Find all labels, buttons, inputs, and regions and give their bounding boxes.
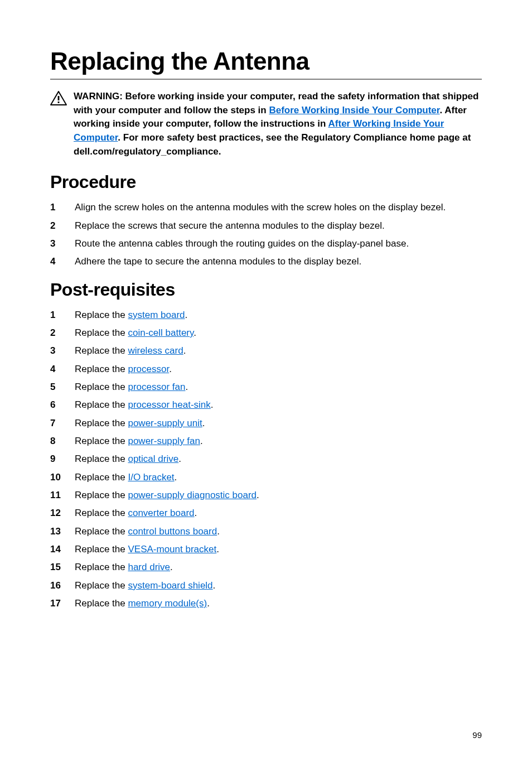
link-hard-drive[interactable]: hard drive (128, 562, 170, 572)
postreq-step: 8Replace the power-supply fan. (50, 434, 482, 448)
replace-prefix: Replace the (75, 544, 128, 554)
svg-rect-0 (58, 96, 60, 100)
replace-prefix: Replace the (75, 598, 128, 609)
replace-prefix: Replace the (75, 580, 128, 591)
warning-icon (50, 91, 67, 105)
svg-rect-1 (58, 102, 60, 103)
link-control-buttons-board[interactable]: control buttons board (128, 526, 217, 537)
procedure-step: 4Adhere the tape to secure the antenna m… (50, 254, 482, 269)
replace-prefix: Replace the (75, 472, 128, 483)
procedure-step: 3Route the antenna cables through the ro… (50, 237, 482, 251)
link-power-supply-unit[interactable]: power-supply unit (128, 418, 202, 428)
page-number: 99 (472, 730, 482, 740)
link-power-supply-fan[interactable]: power-supply fan (128, 436, 200, 446)
step-text: Adhere the tape to secure the antenna mo… (75, 256, 361, 267)
postreq-step: 3Replace the wireless card. (50, 344, 482, 358)
step-text: Replace the screws that secure the anten… (75, 220, 385, 231)
postreq-step: 17Replace the memory module(s). (50, 596, 482, 611)
postreq-step: 13Replace the control buttons board. (50, 524, 482, 539)
step-text: Align the screw holes on the antenna mod… (75, 202, 446, 213)
replace-prefix: Replace the (75, 454, 128, 464)
replace-prefix: Replace the (75, 399, 128, 410)
page-title: Replacing the Antenna (50, 47, 482, 80)
postreq-step: 9Replace the optical drive. (50, 452, 482, 466)
replace-prefix: Replace the (75, 436, 128, 446)
postreq-step: 5Replace the processor fan. (50, 380, 482, 394)
postreq-step: 15Replace the hard drive. (50, 560, 482, 575)
postreq-step: 11Replace the power-supply diagnostic bo… (50, 488, 482, 503)
procedure-step: 1Align the screw holes on the antenna mo… (50, 200, 482, 215)
postreq-step: 7Replace the power-supply unit. (50, 416, 482, 431)
procedure-list: 1Align the screw holes on the antenna mo… (50, 200, 482, 269)
link-before-working[interactable]: Before Working Inside Your Computer (269, 105, 439, 115)
postreq-step: 16Replace the system-board shield. (50, 578, 482, 593)
replace-prefix: Replace the (75, 327, 128, 338)
replace-prefix: Replace the (75, 345, 128, 356)
link-converter-board[interactable]: converter board (128, 508, 194, 518)
warning-part-3: . For more safety best practices, see th… (74, 132, 471, 157)
link-wireless-card[interactable]: wireless card (128, 345, 183, 356)
link-processor[interactable]: processor (128, 364, 169, 374)
replace-prefix: Replace the (75, 364, 128, 374)
link-power-supply-diagnostic-board[interactable]: power-supply diagnostic board (128, 490, 257, 500)
link-system-board-shield[interactable]: system-board shield (128, 580, 212, 591)
link-processor-heat-sink[interactable]: processor heat-sink (128, 399, 210, 410)
warning-block: WARNING: Before working inside your comp… (50, 90, 482, 158)
replace-prefix: Replace the (75, 562, 128, 572)
link-processor-fan[interactable]: processor fan (128, 382, 185, 392)
link-vesa-mount-bracket[interactable]: VESA-mount bracket (128, 544, 216, 554)
warning-text: WARNING: Before working inside your comp… (74, 90, 482, 158)
postreq-step: 2Replace the coin-cell battery. (50, 326, 482, 340)
replace-prefix: Replace the (75, 508, 128, 518)
postreq-step: 14Replace the VESA-mount bracket. (50, 542, 482, 557)
post-requisites-heading: Post-requisites (50, 279, 482, 300)
post-requisites-list: 1Replace the system board. 2Replace the … (50, 308, 482, 611)
replace-prefix: Replace the (75, 490, 128, 500)
replace-prefix: Replace the (75, 382, 128, 392)
postreq-step: 10Replace the I/O bracket. (50, 470, 482, 485)
postreq-step: 1Replace the system board. (50, 308, 482, 322)
postreq-step: 4Replace the processor. (50, 362, 482, 377)
replace-prefix: Replace the (75, 418, 128, 428)
link-io-bracket[interactable]: I/O bracket (128, 472, 174, 483)
postreq-step: 6Replace the processor heat-sink. (50, 398, 482, 412)
procedure-step: 2Replace the screws that secure the ante… (50, 219, 482, 233)
link-system-board[interactable]: system board (128, 310, 185, 320)
step-text: Route the antenna cables through the rou… (75, 238, 409, 249)
link-coin-cell-battery[interactable]: coin-cell battery (128, 327, 194, 338)
link-memory-modules[interactable]: memory module(s) (128, 598, 207, 609)
replace-prefix: Replace the (75, 526, 128, 537)
link-optical-drive[interactable]: optical drive (128, 454, 178, 464)
replace-prefix: Replace the (75, 310, 128, 320)
procedure-heading: Procedure (50, 172, 482, 192)
postreq-step: 12Replace the converter board. (50, 506, 482, 520)
